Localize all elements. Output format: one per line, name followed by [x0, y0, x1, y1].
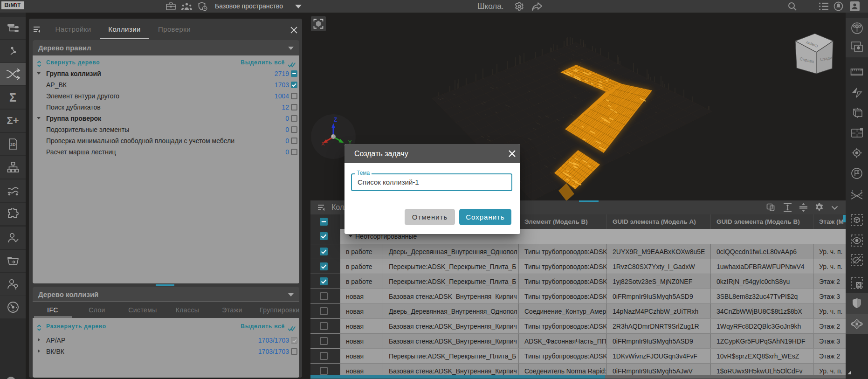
svg-text:Z: Z: [334, 117, 337, 123]
svg-text:1: 1: [852, 190, 854, 193]
svg-text:2D: 2D: [10, 142, 16, 147]
svg-text:X: X: [321, 141, 325, 146]
svg-text:2: 2: [861, 190, 862, 193]
